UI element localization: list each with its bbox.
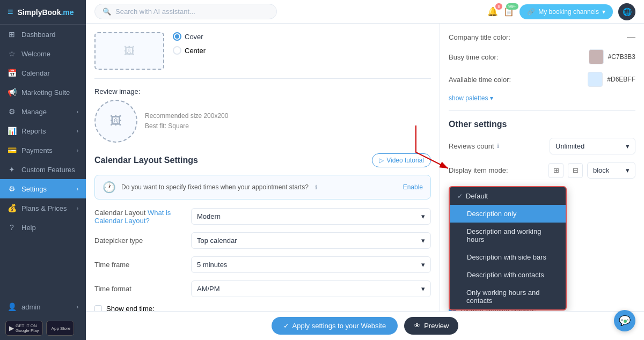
sidebar-item-plans-prices[interactable]: 💰 Plans & Prices › bbox=[0, 198, 86, 218]
search-bar[interactable]: 🔍 Search with AI assistant... bbox=[94, 4, 277, 19]
sidebar-bottom: 👤 admin › ▶ GET IT ONGoogle Play App Sto… bbox=[0, 297, 86, 340]
custom-features-icon: ✦ bbox=[8, 165, 16, 174]
video-tutorial-button[interactable]: ▷ Video tutorial bbox=[372, 153, 431, 167]
timeformat-field: Time format AM/PM ▾ bbox=[94, 280, 431, 297]
sidebar-item-custom-features[interactable]: ✦ Custom Features bbox=[0, 160, 86, 179]
other-settings-section: Other settings Reviews count ℹ Unlimited… bbox=[449, 120, 635, 311]
show-palettes-link[interactable]: show palettes ▾ bbox=[449, 94, 635, 102]
booking-link-icon: 🔗 bbox=[527, 8, 535, 16]
chat-bubble[interactable]: 💬 bbox=[614, 310, 635, 331]
main-page-mode-dropdown: ✓ Default Description only Description a… bbox=[449, 186, 567, 311]
radio-selected-indicator bbox=[173, 32, 181, 41]
company-title-color-label: Company title color: bbox=[449, 33, 510, 41]
show-palettes-label: show palettes bbox=[449, 94, 488, 102]
tasks-icon[interactable]: 📋 99+ bbox=[503, 6, 514, 17]
dropdown-item-description-only[interactable]: Description only bbox=[450, 205, 566, 223]
mode-value: block bbox=[593, 166, 609, 174]
show-end-time-label: Show end time: bbox=[106, 305, 155, 311]
dropdown-item-description-working[interactable]: Description and working hours bbox=[450, 223, 566, 248]
sidebar-item-reports[interactable]: 📊 Reports › bbox=[0, 121, 86, 141]
list-view-icon[interactable]: ⊞ bbox=[548, 163, 564, 178]
booking-channels-button[interactable]: 🔗 My booking channels ▾ bbox=[519, 4, 613, 19]
calendar-layout-section: Calendar Layout Settings ▷ Video tutoria… bbox=[94, 153, 431, 311]
busy-time-label: Busy time color: bbox=[449, 53, 498, 61]
preview-button[interactable]: 👁 Preview bbox=[404, 317, 458, 335]
divider bbox=[449, 110, 635, 111]
center-radio[interactable] bbox=[173, 46, 181, 55]
globe-icon[interactable]: 🌐 bbox=[618, 3, 635, 20]
sidebar-item-help[interactable]: ? Help bbox=[0, 218, 86, 237]
reviews-value: Unlimited bbox=[555, 142, 584, 150]
datepicker-field: Datepicker type Top calendar ▾ bbox=[94, 232, 431, 249]
chevron-icon: › bbox=[77, 109, 78, 115]
sidebar-item-label: Reports bbox=[21, 127, 46, 135]
select-value: 5 minutes bbox=[197, 261, 227, 269]
sidebar-item-label: Plans & Prices bbox=[21, 204, 67, 212]
apply-settings-button[interactable]: ✓ Apply settings to your Website bbox=[272, 317, 398, 335]
app-store-badge[interactable]: App Store bbox=[46, 321, 75, 336]
chevron-down-icon: ▾ bbox=[421, 285, 425, 293]
sidebar-item-calendar[interactable]: 📅 Calendar bbox=[0, 63, 86, 83]
image-placeholder-icon: 🖼 bbox=[124, 45, 135, 57]
sidebar-item-settings[interactable]: ⚙ Settings › bbox=[0, 179, 86, 198]
sidebar-item-payments[interactable]: 💳 Payments › bbox=[0, 141, 86, 160]
dropdown-item-label: Only working hours and contacts bbox=[466, 289, 558, 305]
review-image-section: Review image: 🖼 Recommended size 200x200… bbox=[94, 87, 431, 143]
grid-view-icon[interactable]: ⊟ bbox=[568, 163, 583, 178]
review-image-label: Review image: bbox=[94, 87, 431, 95]
logo: ≡ SimplyBook.me bbox=[0, 0, 86, 25]
chevron-down-icon: ▾ bbox=[626, 166, 630, 174]
sidebar-item-label: Calendar bbox=[21, 69, 50, 77]
review-image-area: 🖼 Recommended size 200x200 Best fit: Squ… bbox=[94, 100, 431, 143]
cover-radio[interactable]: Cover bbox=[173, 32, 206, 41]
notification-bell[interactable]: 🔔 8 bbox=[487, 6, 498, 17]
cover-label: Cover bbox=[185, 33, 203, 41]
app-store-label: App Store bbox=[52, 326, 71, 331]
timeformat-select[interactable]: AM/PM ▾ bbox=[191, 280, 431, 297]
dropdown-item-working-hours-contacts[interactable]: Only working hours and contacts bbox=[450, 284, 566, 309]
image-placeholder: 🖼 bbox=[94, 32, 164, 70]
reviews-count-select[interactable]: Unlimited ▾ bbox=[550, 138, 635, 154]
sidebar-item-marketing[interactable]: 📢 Marketing Suite bbox=[0, 83, 86, 102]
preview-btn-label: Preview bbox=[424, 322, 449, 330]
datepicker-select[interactable]: Top calendar ▾ bbox=[191, 232, 431, 249]
show-end-time-checkbox[interactable] bbox=[94, 305, 102, 312]
display-mode-select[interactable]: block ▾ bbox=[587, 162, 635, 179]
calendar-layout-select[interactable]: Modern ▾ bbox=[191, 208, 431, 225]
dashboard-icon: ⊞ bbox=[8, 30, 16, 39]
busy-color-box[interactable] bbox=[589, 49, 604, 64]
task-count: 99+ bbox=[506, 3, 518, 10]
other-settings-title: Other settings bbox=[449, 120, 635, 129]
company-title-color-row: Company title color: — bbox=[449, 32, 635, 42]
sidebar-item-dashboard[interactable]: ⊞ Dashboard bbox=[0, 25, 86, 44]
search-placeholder: Search with AI assistant... bbox=[115, 8, 195, 16]
timeframe-select[interactable]: 5 minutes ▾ bbox=[191, 256, 431, 273]
info-icon: ℹ bbox=[315, 184, 317, 191]
section-header: Calendar Layout Settings ▷ Video tutoria… bbox=[94, 153, 431, 167]
sidebar-item-manage[interactable]: ⚙ Manage › bbox=[0, 102, 86, 121]
sidebar-item-welcome[interactable]: ☆ Welcome bbox=[0, 44, 86, 63]
sidebar-item-label: Settings bbox=[21, 185, 47, 193]
dropdown-item-default[interactable]: ✓ Default bbox=[450, 187, 566, 205]
enable-link[interactable]: Enable bbox=[403, 183, 423, 191]
image-icon: 🖼 bbox=[110, 114, 122, 128]
marketing-icon: 📢 bbox=[8, 88, 16, 97]
dropdown-item-description-contacts[interactable]: Description with contacts bbox=[450, 266, 566, 284]
help-icon: ? bbox=[8, 223, 16, 232]
sidebar-item-admin[interactable]: 👤 admin › bbox=[0, 297, 86, 316]
review-image-circle[interactable]: 🖼 bbox=[94, 100, 137, 143]
what-is-link[interactable]: What is Calendar Layout? bbox=[94, 209, 171, 225]
available-color-box[interactable] bbox=[588, 72, 603, 87]
content-area: 🖼 Cover Center Revie bbox=[86, 24, 644, 311]
chevron-icon: › bbox=[77, 147, 78, 153]
google-play-badge[interactable]: ▶ GET IT ONGoogle Play bbox=[5, 321, 43, 336]
select-value: AM/PM bbox=[197, 285, 220, 293]
dropdown-item-description-sidebar[interactable]: Description with side bars bbox=[450, 248, 566, 266]
google-play-icon: ▶ bbox=[9, 324, 14, 332]
available-color-swatch: #D6EBFF bbox=[588, 72, 635, 87]
section-title: Calendar Layout Settings bbox=[94, 156, 198, 165]
chevron-down-icon: ▾ bbox=[421, 236, 425, 245]
reviews-count-label: Reviews count ℹ bbox=[449, 142, 499, 150]
bottom-bar: ✓ Apply settings to your Website 👁 Previ… bbox=[86, 311, 644, 340]
sidebar-item-label: Payments bbox=[21, 146, 53, 154]
